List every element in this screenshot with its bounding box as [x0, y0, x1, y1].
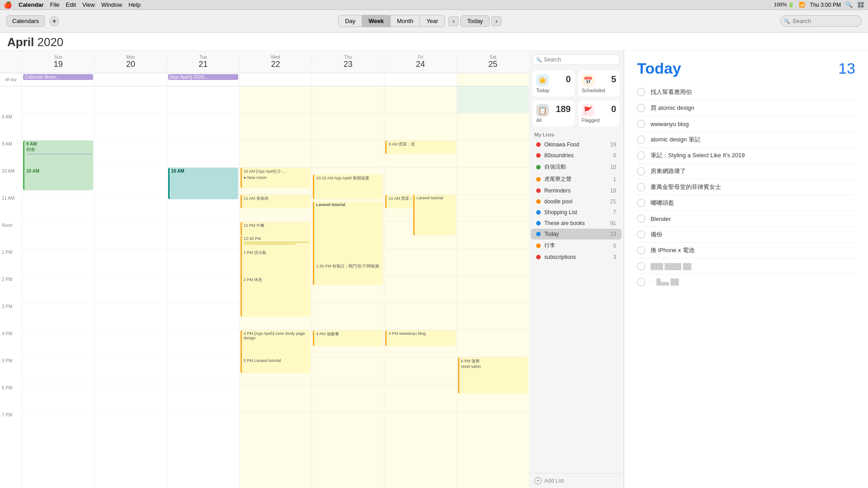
add-event-button[interactable]: + [49, 16, 59, 26]
event-fri-9am-vegetable[interactable]: 9 AM 買菜：蛋 [385, 141, 455, 154]
todo-text: wwwanyu blog [651, 121, 689, 127]
list-item-luggage[interactable]: 行李 0 [531, 239, 622, 252]
todo-circle[interactable] [637, 199, 645, 207]
all-day-event-calendar-moon[interactable]: Calendar Moon... [23, 74, 93, 80]
menubar-window[interactable]: Window [101, 1, 122, 8]
list-item-reminders[interactable]: Reminders 18 [531, 185, 622, 196]
all-day-event-app[interactable]: [App Apeh] 2020/... [168, 74, 238, 80]
todo-item-1[interactable]: 找人幫看應用伯 [637, 84, 855, 100]
today-button[interactable]: Today [460, 15, 490, 27]
list-item-okinawa[interactable]: Okinawa Food 19 [531, 139, 622, 150]
prev-week-button[interactable]: ‹ [448, 16, 458, 26]
add-list-label: Add List [544, 478, 564, 484]
search-wrap: 🔍 [780, 15, 862, 27]
smart-list-today[interactable]: ☀️ 0 Today [533, 70, 575, 97]
list-item-80ssundries[interactable]: 80ssundries 6 [531, 150, 622, 161]
time-4pm: 4 PM [0, 330, 22, 357]
day-col-wed: 10 AM [App Apeh] 介… ● New moon 11 AM 拿振肉… [239, 86, 311, 488]
list-item-self-strengthen[interactable]: 自強活動 10 [531, 161, 622, 173]
todo-text: 備份 [651, 230, 662, 239]
todo-text: atomic design 筆記 [651, 136, 700, 144]
event-wed-newmoon[interactable]: ● New moon [241, 174, 311, 188]
all-day-sun: Calendar Moon... [22, 73, 94, 86]
todo-circle[interactable] [637, 167, 645, 175]
calendars-button[interactable]: Calendars [6, 15, 45, 27]
event-thu-1130am-laraveltutor[interactable]: Laravel tutorial [313, 202, 383, 265]
todo-item-9[interactable]: Blender [637, 211, 855, 227]
smart-list-flagged[interactable]: 🚩 0 Flagged [578, 100, 620, 127]
time-8am: 8 AM [0, 113, 22, 141]
today-panel: Today 13 找人幫看應用伯 買 atomic design wwwanyu… [624, 51, 868, 488]
todo-item-6[interactable]: 房東網路壞了 [637, 164, 855, 179]
day-header-sun: Sun19 [22, 53, 94, 71]
todo-circle[interactable] [637, 215, 645, 223]
year-view-button[interactable]: Year [420, 15, 444, 27]
todo-item-8[interactable]: 嘟嘟頭盔 [637, 195, 855, 211]
todo-item-13[interactable]: －█▄▄ ██ [637, 274, 855, 290]
day-view-button[interactable]: Day [339, 15, 362, 27]
todo-item-3[interactable]: wwwanyu blog [637, 116, 855, 132]
todo-item-11[interactable]: 換 iPhone x 電池 [637, 243, 855, 258]
smart-list-scheduled[interactable]: 📅 5 Scheduled [578, 70, 620, 97]
menubar-view[interactable]: View [82, 1, 95, 8]
todo-item-2[interactable]: 買 atomic design [637, 100, 855, 116]
list-item-subscriptions[interactable]: subscriptions 3 [531, 252, 622, 263]
event-wed-5pm-lavarel[interactable]: 5 PM Lavarel tutorial [241, 357, 311, 373]
reminders-search-input[interactable] [533, 54, 620, 65]
todo-circle[interactable] [637, 183, 645, 191]
todo-circle[interactable] [637, 151, 645, 160]
toolbar: Calendars + Day Week Month Year ‹ Today … [0, 10, 868, 33]
event-wed-2pm-rest[interactable]: 2 PM 休息 [241, 276, 311, 292]
event-sun-10am[interactable]: 10 AM [23, 168, 93, 190]
day-header-wed: Wed22 [239, 53, 311, 71]
month-title: April 2020 [7, 35, 63, 49]
list-item-shopping[interactable]: Shopping List 7 [531, 207, 622, 218]
todo-item-4[interactable]: atomic design 筆記 [637, 132, 855, 148]
todo-item-7[interactable]: 畫萬金聖母堂的菲律賓女士 [637, 179, 855, 195]
event-sat-6pm-salon[interactable]: 6 PM 蓮整 reset salon [458, 357, 528, 394]
day-col-thu: 10:15 AM App Apeh 動期提案 Laravel tutorial … [311, 86, 384, 488]
todo-item-5[interactable]: 筆記：Styling a Select Like It's 2019 [637, 148, 855, 164]
week-view-button[interactable]: Week [362, 15, 391, 27]
todo-circle[interactable] [637, 88, 645, 96]
menubar-control-center[interactable]: 🎛️ [857, 1, 864, 8]
todo-circle[interactable] [637, 104, 645, 112]
menubar-edit[interactable]: Edit [66, 1, 76, 8]
event-thu-1015am[interactable]: 10:15 AM App Apeh 動期提案 [313, 174, 383, 199]
todo-circle[interactable] [637, 230, 645, 239]
event-tue-10am[interactable]: 10 AM [168, 168, 238, 199]
event-thu-4pm-cook[interactable]: 4 PM 做飯餐 [313, 330, 383, 346]
event-wed-11am-zhajurou[interactable]: 11 AM 拿振肉 [241, 195, 311, 208]
todo-circle[interactable] [637, 278, 645, 286]
next-week-button[interactable]: › [491, 16, 501, 26]
all-day-row: all-day Calendar Moon... [App Apeh] 2020… [0, 73, 529, 86]
event-fri-11am-laravel[interactable]: Laravel tutorial [413, 195, 456, 235]
event-thu-130pm-aerobic[interactable]: 1:30 PM 有氧日：戰鬥/肚子/間歇跑 [313, 263, 383, 285]
menubar-time: Thu 3:00 PM [810, 2, 841, 8]
add-list-btn[interactable]: + Add List [529, 473, 623, 488]
list-item-books[interactable]: These are books 91 [531, 218, 622, 229]
search-input[interactable] [780, 15, 862, 27]
event-fri-4pm-blog[interactable]: 4 PM wwwanyu blog [385, 330, 455, 346]
todo-text: 換 iPhone x 電池 [651, 246, 694, 254]
menubar-file[interactable]: File [50, 1, 60, 8]
add-list-icon: + [534, 477, 542, 484]
list-item-huwei[interactable]: 虎尾寮之聲 1 [531, 173, 622, 185]
event-wed-12pm-lunch[interactable]: 12 PM 午餐 [241, 222, 311, 235]
todo-circle[interactable] [637, 246, 645, 254]
todo-item-10[interactable]: 備份 [637, 227, 855, 243]
all-day-tue: [App Apeh] 2020/... [167, 73, 239, 86]
list-item-doodle[interactable]: doodle pool 21 [531, 196, 622, 207]
apple-icon[interactable]: 🍎 [4, 1, 12, 9]
menubar-help[interactable]: Help [128, 1, 141, 8]
menubar-search-icon[interactable]: 🔍 [845, 1, 853, 8]
todo-item-12[interactable]: ███ ████ ██ [637, 258, 855, 274]
todo-circle[interactable] [637, 262, 645, 270]
time-2pm: 2 PM [0, 276, 22, 303]
smart-list-all[interactable]: 📋 189 All [533, 100, 575, 127]
list-item-today[interactable]: Today 13 [531, 229, 622, 239]
todo-circle[interactable] [637, 120, 645, 128]
todo-circle[interactable] [637, 136, 645, 144]
month-view-button[interactable]: Month [391, 15, 420, 27]
menubar-calendar[interactable]: Calendar [19, 1, 44, 8]
